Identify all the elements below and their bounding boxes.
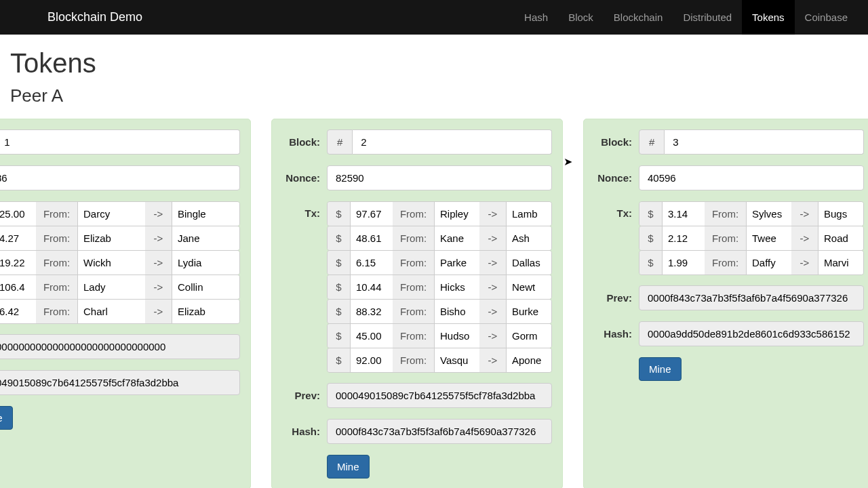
nonce-label: Nonce: xyxy=(282,172,327,184)
nav-item-distributed[interactable]: Distributed xyxy=(673,0,742,35)
tx-amount-input[interactable] xyxy=(351,202,393,226)
from-addon: From: xyxy=(705,202,747,226)
nav-item-blockchain[interactable]: Blockchain xyxy=(604,0,673,35)
mine-button[interactable]: Mine xyxy=(0,406,13,430)
tx-amount-input[interactable] xyxy=(351,300,393,323)
tx-amount-input[interactable] xyxy=(663,226,705,250)
nav-item-block[interactable]: Block xyxy=(558,0,604,35)
tx-row: $From:-> xyxy=(0,274,240,300)
tx-to-input[interactable] xyxy=(818,202,863,226)
form-group: Hash: xyxy=(282,419,552,444)
tx-amount-input[interactable] xyxy=(351,275,393,299)
tx-to-input[interactable] xyxy=(507,251,551,274)
tx-from-input[interactable] xyxy=(435,251,479,274)
tx-to-input[interactable] xyxy=(507,226,551,250)
nav-item-hash[interactable]: Hash xyxy=(514,0,558,35)
tx-amount-input[interactable] xyxy=(351,251,393,274)
block-card: Block:#Nonce:Tx:$From:->$From:->$From:->… xyxy=(271,119,563,488)
tx-to-input[interactable] xyxy=(172,251,239,274)
tx-row: $From:-> xyxy=(327,274,552,300)
tx-amount-input[interactable] xyxy=(351,226,393,250)
tx-from-input[interactable] xyxy=(78,251,145,274)
mine-button[interactable]: Mine xyxy=(327,455,370,479)
tx-from-input[interactable] xyxy=(435,202,479,226)
tx-amount-input[interactable] xyxy=(351,324,393,348)
form-group: Tx:$From:->$From:->$From:->$From:->$From… xyxy=(0,201,240,323)
block-number-input[interactable] xyxy=(353,129,552,155)
tx-to-input[interactable] xyxy=(507,275,551,299)
block-number-input[interactable] xyxy=(0,129,240,155)
nav-item-coinbase[interactable]: Coinbase xyxy=(795,0,858,35)
tx-to-input[interactable] xyxy=(172,202,239,226)
mine-button-wrap: Mine xyxy=(327,455,552,479)
brand[interactable]: Blockchain Demo xyxy=(47,10,142,24)
dollar-addon: $ xyxy=(328,300,351,323)
tx-list: $From:->$From:->$From:->$From:->$From:-> xyxy=(0,201,240,323)
input-group: # xyxy=(327,129,552,155)
dollar-addon: $ xyxy=(639,226,663,250)
tx-amount-input[interactable] xyxy=(0,251,36,274)
tx-row: $From:-> xyxy=(327,323,552,348)
form-group: Prev: xyxy=(594,285,864,310)
dollar-addon: $ xyxy=(328,348,351,372)
tx-row: $From:-> xyxy=(0,250,240,275)
tx-from-input[interactable] xyxy=(435,226,479,250)
prev-hash-input xyxy=(0,334,240,359)
tx-from-input[interactable] xyxy=(78,226,145,250)
block-number-input[interactable] xyxy=(665,129,864,155)
from-addon: From: xyxy=(36,226,78,250)
tx-from-input[interactable] xyxy=(435,348,479,372)
tx-from-input[interactable] xyxy=(747,251,791,274)
input-group: # xyxy=(639,129,864,155)
from-addon: From: xyxy=(393,348,435,372)
arrow-addon: -> xyxy=(145,226,172,250)
tx-from-input[interactable] xyxy=(747,226,791,250)
tx-amount-input[interactable] xyxy=(0,202,36,226)
tx-from-input[interactable] xyxy=(435,300,479,323)
tx-label: Tx: xyxy=(594,201,639,219)
block-card: Block:#Nonce:Tx:$From:->$From:->$From:->… xyxy=(0,119,251,488)
tx-from-input[interactable] xyxy=(78,300,145,323)
tx-from-input[interactable] xyxy=(78,202,145,226)
tx-label: Tx: xyxy=(282,201,327,219)
tx-to-input[interactable] xyxy=(818,226,863,250)
form-group: Tx:$From:->$From:->$From:-> xyxy=(594,201,864,274)
arrow-addon: -> xyxy=(791,251,818,274)
tx-amount-input[interactable] xyxy=(351,348,393,372)
tx-to-input[interactable] xyxy=(172,300,239,323)
hash-input xyxy=(327,419,552,444)
tx-to-input[interactable] xyxy=(818,251,863,274)
tx-from-input[interactable] xyxy=(747,202,791,226)
tx-to-input[interactable] xyxy=(507,324,551,348)
peer-heading: Peer A xyxy=(10,85,858,106)
tx-amount-input[interactable] xyxy=(663,251,705,274)
dollar-addon: $ xyxy=(328,226,351,250)
nonce-input[interactable] xyxy=(639,165,864,190)
tx-to-input[interactable] xyxy=(507,348,551,372)
tx-from-input[interactable] xyxy=(435,324,479,348)
tx-list: $From:->$From:->$From:->$From:->$From:->… xyxy=(327,201,552,372)
tx-amount-input[interactable] xyxy=(0,226,36,250)
tx-row: $From:-> xyxy=(327,348,552,373)
dollar-addon: $ xyxy=(639,202,663,226)
nav-item-tokens[interactable]: Tokens xyxy=(742,0,795,35)
tx-row: $From:-> xyxy=(639,201,864,226)
arrow-addon: -> xyxy=(791,202,818,226)
block-label: Block: xyxy=(282,136,327,148)
tx-to-input[interactable] xyxy=(172,226,239,250)
nonce-input[interactable] xyxy=(0,165,240,190)
nonce-input[interactable] xyxy=(327,165,552,190)
tx-row: $From:-> xyxy=(327,299,552,324)
tx-to-input[interactable] xyxy=(507,300,551,323)
tx-from-input[interactable] xyxy=(78,275,145,299)
arrow-addon: -> xyxy=(479,226,507,250)
mine-button[interactable]: Mine xyxy=(639,357,682,381)
tx-to-input[interactable] xyxy=(507,202,551,226)
tx-amount-input[interactable] xyxy=(0,275,36,299)
tx-from-input[interactable] xyxy=(435,275,479,299)
from-addon: From: xyxy=(36,275,78,299)
tx-amount-input[interactable] xyxy=(663,202,705,226)
tx-to-input[interactable] xyxy=(172,275,239,299)
tx-row: $From:-> xyxy=(0,226,240,251)
tx-amount-input[interactable] xyxy=(0,300,36,323)
